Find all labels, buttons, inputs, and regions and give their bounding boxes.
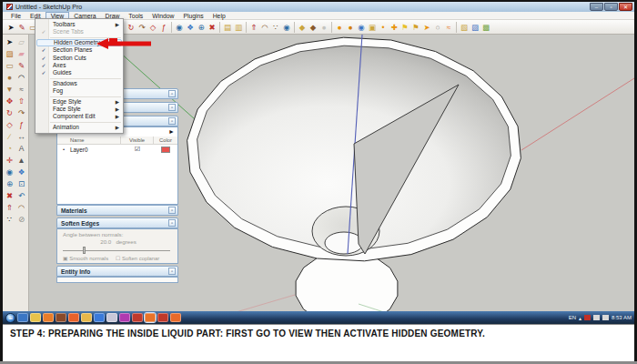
network-tray-icon[interactable] — [593, 315, 600, 320]
rotate-icon[interactable]: ↻ — [4, 107, 15, 119]
zoom-extents-icon[interactable]: ✖ — [4, 190, 15, 202]
offset-icon[interactable]: ƒ — [15, 119, 27, 131]
taskbar-app-8[interactable] — [106, 313, 117, 322]
previous-view-icon[interactable]: ↶ — [15, 190, 27, 202]
position-camera-icon[interactable]: ⇑ — [248, 22, 259, 33]
plugin-cross-icon[interactable]: ✚ — [389, 22, 399, 33]
follow-me-icon[interactable]: ↷ — [136, 22, 147, 33]
soften-coplanar-checkbox[interactable]: ☐ Soften coplanar — [116, 256, 159, 261]
push-pull-icon[interactable]: ⇧ — [15, 96, 27, 107]
section-plane-icon[interactable]: ⊘ — [15, 214, 27, 226]
rectangle-icon[interactable]: ▭ — [4, 60, 15, 72]
taskbar-app-13[interactable] — [170, 313, 181, 322]
protractor-icon[interactable]: ◔ — [4, 143, 15, 155]
taskbar-app-5[interactable] — [68, 313, 79, 322]
sandbox-a-icon[interactable]: ◆ — [297, 22, 308, 33]
menu-item-toolbars[interactable]: Toolbars▶ — [36, 21, 122, 28]
text-icon[interactable]: A — [15, 143, 27, 155]
undo-icon[interactable]: ▤ — [222, 22, 233, 33]
menu-item-animation[interactable]: Animation▶ — [36, 124, 122, 131]
scale-icon[interactable]: ◇ — [147, 22, 158, 33]
3d-text-icon[interactable]: ▲ — [15, 155, 27, 167]
plugin-fish-icon[interactable]: ≈ — [443, 22, 454, 33]
plugin-ball-m-icon[interactable]: ● — [334, 22, 345, 33]
orbit-icon[interactable]: ◉ — [174, 22, 185, 33]
menu-item-edge-style[interactable]: Edge Style▶ — [36, 98, 122, 106]
plugin-dot-icon[interactable]: • — [378, 22, 389, 33]
redo-icon[interactable]: ▥ — [233, 22, 244, 33]
current-layer-radio[interactable]: • — [57, 147, 70, 152]
zoom-icon[interactable]: ⊕ — [4, 178, 15, 190]
maximize-button[interactable]: ▫ — [604, 3, 618, 11]
minimize-button[interactable]: – — [590, 3, 603, 11]
volume-tray-icon[interactable] — [602, 315, 609, 320]
taskbar-app-9[interactable] — [119, 313, 130, 322]
menu-item-component-edit[interactable]: Component Edit▶ — [36, 113, 122, 120]
zoom-icon[interactable]: ⊕ — [196, 22, 207, 33]
alert-tray-icon[interactable] — [584, 315, 591, 320]
follow-me-icon[interactable]: ↷ — [15, 107, 27, 119]
walk-icon[interactable]: ∵ — [4, 214, 15, 226]
soften-edges-panel-titlebar[interactable]: Soften Edges ▫ — [56, 217, 178, 228]
close-button[interactable]: ✕ — [619, 3, 632, 11]
menu-item-face-style[interactable]: Face Style▶ — [36, 106, 122, 113]
plugin-ring-icon[interactable]: ◉ — [356, 22, 367, 33]
layer-color-swatch[interactable] — [161, 147, 170, 153]
menu-item-axes[interactable]: ✓Axes — [36, 62, 122, 69]
menu-tools[interactable]: Tools — [124, 12, 147, 20]
paint-bucket-icon[interactable]: ▨ — [4, 48, 15, 60]
layer-row[interactable]: • Layer0 ☑ — [57, 145, 177, 154]
ghost-ball-icon[interactable]: ● — [318, 22, 329, 33]
menu-item-shadows[interactable]: Shadows — [36, 80, 122, 87]
tape-measure-icon[interactable]: ∕ — [4, 131, 15, 143]
dimensions-icon[interactable]: ↔ — [15, 131, 27, 143]
taskbar-app-7[interactable] — [94, 313, 105, 322]
start-button[interactable]: ⊞ — [5, 313, 15, 323]
taskbar-app-6[interactable] — [81, 313, 92, 322]
materials-panel-titlebar[interactable]: Materials ▫ — [56, 205, 178, 216]
orbit-alt-icon[interactable]: ◉ — [281, 22, 292, 33]
polygon-icon[interactable]: ▼ — [4, 84, 15, 96]
menu-window[interactable]: Window — [147, 12, 178, 20]
menu-file[interactable]: File — [6, 12, 25, 20]
menu-item-scene-tabs[interactable]: ✓Scene Tabs — [36, 28, 122, 35]
scale-icon[interactable]: ◇ — [4, 119, 15, 131]
freehand-icon[interactable]: ≈ — [15, 84, 27, 96]
make-component-icon[interactable]: ▱ — [15, 36, 27, 48]
menu-plugins[interactable]: Plugins — [178, 12, 207, 20]
entity-info-panel-titlebar[interactable]: Entity Info ▫ — [56, 266, 178, 277]
view-top-icon[interactable]: ▨ — [470, 22, 480, 33]
arc-icon[interactable]: ◠ — [15, 72, 27, 84]
menu-item-guides[interactable]: ✓Guides — [36, 69, 122, 76]
offset-icon[interactable]: ƒ — [158, 22, 169, 33]
plugin-sphere-icon[interactable]: ○ — [432, 22, 443, 33]
look-around-icon[interactable]: ◠ — [15, 202, 27, 214]
circle-icon[interactable]: ● — [4, 72, 15, 84]
pan-icon[interactable]: ❖ — [185, 22, 196, 33]
position-camera-icon[interactable]: ⇑ — [4, 202, 15, 214]
taskbar-app-12[interactable] — [157, 313, 168, 322]
taskbar-app-1[interactable] — [17, 313, 28, 322]
language-indicator[interactable]: EN — [569, 315, 576, 320]
line-icon[interactable]: ✎ — [16, 22, 27, 33]
collapse-icon[interactable]: ▫ — [168, 268, 176, 275]
flag-large-icon[interactable]: ⚑ — [399, 22, 410, 33]
move-icon[interactable]: ✥ — [4, 96, 15, 107]
orbit-icon[interactable]: ◉ — [4, 167, 15, 178]
slider-handle[interactable] — [83, 247, 86, 254]
tray-expand-icon[interactable]: ▴ — [579, 315, 581, 321]
select-icon[interactable]: ➤ — [4, 36, 15, 48]
view-iso-icon[interactable]: ▧ — [459, 22, 470, 33]
taskbar-app-2[interactable] — [30, 313, 41, 322]
axes-icon[interactable]: ✛ — [4, 155, 15, 167]
eraser-icon[interactable]: ▰ — [15, 48, 27, 60]
plugin-arrow-icon[interactable]: ➤ — [421, 22, 432, 33]
layers-details-icon[interactable]: ► — [168, 128, 175, 136]
pan-icon[interactable]: ❖ — [15, 167, 27, 178]
plugin-box-icon[interactable]: ▣ — [367, 22, 378, 33]
sandbox-b-icon[interactable]: ◆ — [308, 22, 318, 33]
flag-small-icon[interactable]: ⚑ — [410, 22, 421, 33]
zoom-window-icon[interactable]: ⊡ — [15, 178, 27, 190]
view-front-icon[interactable]: ▩ — [480, 22, 491, 33]
collapse-icon[interactable]: ▫ — [168, 219, 176, 227]
